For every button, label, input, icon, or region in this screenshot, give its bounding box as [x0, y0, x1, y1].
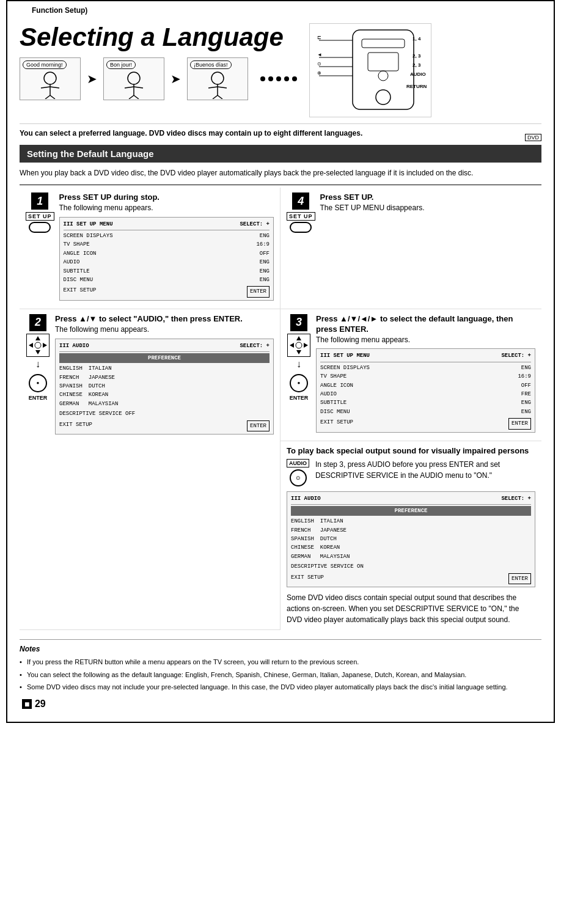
illustration-1: Good morning!: [20, 57, 81, 100]
step-3-title: Press ▲/▼/◄/► to select the default lang…: [316, 314, 535, 335]
step-2-block: 2 ↓: [20, 309, 280, 630]
speech-3: ¡Buenos días!: [190, 61, 232, 69]
special-menu: III AUDIO SELECT: + PREFERENCE ENGLISHFR…: [287, 491, 535, 588]
svg-marker-44: [304, 343, 308, 348]
svg-line-17: [218, 95, 222, 99]
step-4-setup-icon: SET UP: [287, 212, 315, 233]
step-1-block: 1 SET UP Press SET UP during stop. The f…: [20, 188, 280, 309]
step-1-subtitle: The following menu appears.: [59, 203, 274, 213]
svg-point-45: [296, 342, 302, 348]
svg-marker-39: [43, 343, 47, 348]
step-1-menu: III SET UP MENU SELECT: + SCREEN DISPLAY…: [59, 217, 274, 301]
svg-text:AUDIO: AUDIO: [410, 72, 426, 77]
step-2-subtitle: The following menu appears.: [55, 324, 274, 335]
svg-line-11: [134, 95, 139, 99]
breadcrumb-arrow: ): [85, 6, 87, 15]
step-3-and-special: 3: [280, 309, 541, 630]
svg-rect-19: [362, 39, 405, 48]
svg-line-15: [218, 87, 227, 88]
svg-point-22: [376, 90, 391, 105]
description-text: You can select a preferred language. DVD…: [20, 123, 541, 140]
special-section-title: To play back special output sound for vi…: [287, 446, 535, 455]
arrow-1: ➤: [87, 72, 97, 86]
arrow-2: ➤: [170, 72, 181, 86]
svg-line-14: [208, 87, 218, 88]
svg-marker-38: [29, 343, 33, 348]
svg-line-8: [125, 87, 134, 88]
step-1-title: Press SET UP during stop.: [59, 193, 274, 203]
breadcrumb-text: Function Setup: [32, 6, 85, 15]
svg-text:1, 4: 1, 4: [413, 36, 421, 42]
svg-point-40: [35, 342, 41, 348]
svg-point-0: [44, 72, 56, 84]
special-description: Some DVD video discs contain special out…: [287, 592, 535, 625]
page-number: 29: [35, 698, 46, 709]
svg-line-2: [41, 87, 50, 88]
svg-text:2, 3: 2, 3: [413, 62, 421, 68]
svg-marker-43: [290, 343, 294, 348]
audio-label: AUDIO: [287, 459, 309, 468]
step-3-number: 3: [290, 314, 307, 331]
step-3-enter-icon: ●: [290, 374, 308, 392]
speech-2: Bon jour!: [106, 61, 136, 69]
speech-1: Good morning!: [23, 61, 67, 69]
section-header: Setting the Default Language: [20, 145, 541, 163]
audio-instruction: In step 3, press AUDIO before you press …: [315, 459, 535, 481]
breadcrumb: Function Setup): [20, 1, 541, 17]
svg-text:◄: ◄: [317, 52, 322, 57]
note-1: If you press the RETURN button while a m…: [20, 657, 541, 667]
step-1-number: 1: [31, 193, 48, 210]
svg-line-16: [213, 95, 218, 99]
svg-line-4: [45, 95, 50, 99]
svg-line-5: [50, 95, 55, 99]
step-2-title: Press ▲/▼ to select "AUDIO," then press …: [55, 314, 274, 324]
notes-section: Notes If you press the RETURN button whi…: [20, 639, 541, 692]
illustration-3: ¡Buenos días!: [187, 57, 248, 100]
step-4-block: 4 SET UP Press SET UP. The SET UP MENU d…: [280, 188, 541, 309]
svg-text:2, 3: 2, 3: [413, 53, 421, 59]
svg-line-9: [134, 87, 143, 88]
step-2-nav-icon: [27, 334, 49, 357]
step-3-subtitle: The following menu appears.: [316, 335, 535, 345]
note-2: You can select the following as the defa…: [20, 670, 541, 680]
audio-circle: ⊙: [290, 469, 307, 486]
svg-line-3: [50, 87, 59, 88]
svg-point-12: [211, 72, 224, 84]
page-number-wrapper: ■ 29: [20, 698, 541, 710]
svg-marker-36: [35, 336, 40, 340]
step-2-menu: III AUDIO SELECT: + PREFERENCE ENGLISHFR…: [55, 339, 274, 435]
svg-text:RETURN: RETURN: [406, 84, 427, 89]
svg-marker-41: [296, 336, 301, 340]
svg-marker-42: [296, 350, 301, 354]
special-section: To play back special output sound for vi…: [280, 441, 541, 631]
audio-icon-box: AUDIO ⊙: [287, 459, 309, 486]
svg-rect-20: [368, 53, 398, 71]
section-header-wrapper: DVD Setting the Default Language: [20, 145, 541, 163]
step-1-menu-header: III SET UP MENU: [64, 220, 113, 229]
section-desc: When you play back a DVD video disc, the…: [20, 167, 541, 178]
dvd-label: DVD: [525, 134, 541, 141]
dots-row: [260, 76, 297, 81]
page-title: Selecting a Language: [20, 23, 297, 51]
remote-diagram: ⊏ 1, 4 ◄ 2, 3 ⊙ 2, 3 ⊕ AUDIO RETURN: [309, 23, 431, 117]
step-3-nav-icon: [288, 334, 310, 357]
illustration-row: Good morning! ➤ Bon jour!: [20, 51, 297, 106]
step-1-setup-icon: SET UP: [26, 212, 54, 233]
steps-grid: 1 SET UP Press SET UP during stop. The f…: [20, 188, 541, 630]
step-2-enter-icon: ●: [29, 374, 47, 392]
step-4-subtitle: The SET UP MENU disappears.: [320, 203, 535, 213]
illustration-2: Bon jour!: [103, 57, 164, 100]
step-3-menu: III SET UP MENU SELECT: + SCREEN DISPLAY…: [316, 348, 535, 432]
step-4-number: 4: [292, 193, 309, 210]
svg-point-6: [128, 72, 140, 84]
step-4-title: Press SET UP.: [320, 193, 535, 203]
svg-marker-37: [35, 350, 40, 354]
notes-header: Notes: [20, 645, 541, 653]
svg-line-10: [129, 95, 134, 99]
svg-text:⊙: ⊙: [317, 61, 321, 67]
svg-text:⊕: ⊕: [317, 70, 321, 76]
note-3: Some DVD video discs may not include you…: [20, 682, 541, 692]
notes-list: If you press the RETURN button while a m…: [20, 657, 541, 692]
svg-point-21: [378, 71, 388, 81]
step-2-number: 2: [29, 314, 46, 331]
